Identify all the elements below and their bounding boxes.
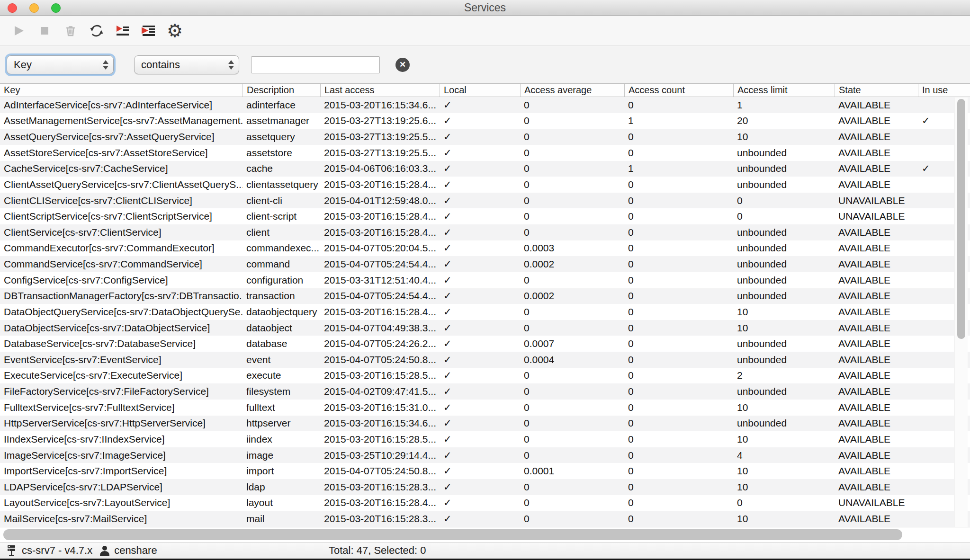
cell-state: AVAILABLE <box>835 434 918 445</box>
table-row[interactable]: IIndexService[cs-srv7:IIndexService]iind… <box>0 431 970 447</box>
cell-state: AVAILABLE <box>835 418 918 429</box>
cell-state: UNAVAILABLE <box>835 211 918 222</box>
cell-access-average: 0.0004 <box>520 354 624 365</box>
cell-state: AVAILABLE <box>835 386 918 397</box>
table-row[interactable]: ClientScriptService[cs-srv7:ClientScript… <box>0 208 970 224</box>
table-row[interactable]: ClientService[cs-srv7:ClientService]clie… <box>0 224 970 240</box>
column-header-key[interactable]: Key <box>0 84 242 97</box>
cell-access-count: 0 <box>624 99 733 111</box>
start-service-button[interactable] <box>9 21 28 41</box>
cell-access-average: 0 <box>520 497 624 508</box>
table-row[interactable]: ImageService[cs-srv7:ImageService]image2… <box>0 447 970 463</box>
show-log-button[interactable] <box>113 21 133 41</box>
table-row[interactable]: AssetManagementService[cs-srv7:AssetMana… <box>0 113 970 129</box>
cell-access-average: 0.0001 <box>520 465 624 477</box>
table-row[interactable]: AssetQueryService[cs-srv7:AssetQueryServ… <box>0 129 970 145</box>
table-row[interactable]: DBTransactionManagerFactory[cs-srv7:DBTr… <box>0 288 970 304</box>
stop-service-button[interactable] <box>35 21 54 41</box>
horizontal-scrollbar <box>0 527 970 542</box>
cell-key: MailService[cs-srv7:MailService] <box>0 513 242 524</box>
cell-access-limit: 10 <box>733 131 835 142</box>
table-row[interactable]: LayoutService[cs-srv7:LayoutService]layo… <box>0 495 970 511</box>
horizontal-scrollbar-thumb[interactable] <box>3 529 902 540</box>
vertical-scrollbar <box>954 98 968 527</box>
table-row[interactable]: DataObjectService[cs-srv7:DataObjectServ… <box>0 320 970 336</box>
column-header-local[interactable]: Local <box>440 84 520 97</box>
filter-query-input[interactable] <box>251 56 380 73</box>
cell-access-count: 0 <box>624 370 733 381</box>
table-row[interactable]: ClientAssetQueryService[cs-srv7:ClientAs… <box>0 177 970 193</box>
column-header-access-average[interactable]: Access average <box>520 84 624 97</box>
cell-access-count: 0 <box>624 211 733 222</box>
settings-button[interactable]: ⚙ <box>165 21 185 41</box>
cell-local: ✓ <box>440 513 520 524</box>
cell-access-count: 0 <box>624 195 733 206</box>
cell-state: AVAILABLE <box>835 275 918 286</box>
table-row[interactable]: MailService[cs-srv7:MailService]mail2015… <box>0 511 970 527</box>
table-row[interactable]: DataObjectQueryService[cs-srv7:DataObjec… <box>0 304 970 320</box>
cell-local: ✓ <box>440 450 520 461</box>
zoom-window-button[interactable] <box>51 3 61 13</box>
table-row[interactable]: EventService[cs-srv7:EventService]event2… <box>0 352 970 368</box>
cell-key: AssetStoreService[cs-srv7:AssetStoreServ… <box>0 147 242 159</box>
close-icon: ✕ <box>399 58 406 72</box>
table-row[interactable]: LDAPService[cs-srv7:LDAPService]ldap2015… <box>0 479 970 495</box>
table-row[interactable]: DatabaseService[cs-srv7:DatabaseService]… <box>0 336 970 352</box>
show-server-log-button[interactable] <box>139 21 159 41</box>
cell-access-count: 0 <box>624 338 733 349</box>
vertical-scrollbar-thumb[interactable] <box>957 99 965 339</box>
gear-icon: ⚙ <box>167 22 183 40</box>
minimize-window-button[interactable] <box>29 3 39 13</box>
table-row[interactable]: ExecuteService[cs-srv7:ExecuteService]ex… <box>0 368 970 384</box>
clear-filter-button[interactable]: ✕ <box>395 58 410 72</box>
cell-last-access: 2015-03-20T16:15:28.3... <box>320 513 440 524</box>
table-row[interactable]: FileFactoryService[cs-srv7:FileFactorySe… <box>0 383 970 400</box>
cell-access-count: 0 <box>624 354 733 365</box>
cell-last-access: 2015-03-25T10:29:14.4... <box>320 450 440 461</box>
table-row[interactable]: FulltextService[cs-srv7:FulltextService]… <box>0 400 970 416</box>
cell-access-count: 0 <box>624 179 733 190</box>
cell-access-limit: 10 <box>733 322 835 334</box>
cell-access-count: 0 <box>624 258 733 270</box>
column-header-state[interactable]: State <box>835 84 918 97</box>
cell-access-average: 0 <box>520 211 624 222</box>
cell-access-limit: unbounded <box>733 418 835 429</box>
table-row[interactable]: AdInterfaceService[cs-srv7:AdInterfaceSe… <box>0 97 970 113</box>
cell-access-count: 0 <box>624 275 733 286</box>
table-row[interactable]: ClientCLIService[cs-srv7:ClientCLIServic… <box>0 193 970 209</box>
table-row[interactable]: AssetStoreService[cs-srv7:AssetStoreServ… <box>0 145 970 161</box>
column-header-access-limit[interactable]: Access limit <box>733 84 835 97</box>
column-header-access-count[interactable]: Access count <box>624 84 733 97</box>
cell-description: dataobjectquery <box>242 306 320 318</box>
filter-field-select[interactable]: Key <box>7 55 114 74</box>
cell-access-limit: 20 <box>733 115 835 126</box>
delete-service-button[interactable] <box>61 21 81 41</box>
cell-description: configuration <box>242 275 320 286</box>
filter-operator-select[interactable]: contains <box>134 55 239 74</box>
cell-access-average: 0 <box>520 434 624 445</box>
cell-local: ✓ <box>440 434 520 445</box>
cell-access-average: 0 <box>520 513 624 524</box>
cell-state: AVAILABLE <box>835 338 918 349</box>
cell-key: ClientScriptService[cs-srv7:ClientScript… <box>0 211 242 222</box>
trash-icon <box>63 23 79 39</box>
refresh-button[interactable] <box>87 21 107 41</box>
close-window-button[interactable] <box>8 3 17 13</box>
table-row[interactable]: HttpServerService[cs-srv7:HttpServerServ… <box>0 416 970 432</box>
column-header-description[interactable]: Description <box>242 84 320 97</box>
column-header-last-access[interactable]: Last access <box>320 84 440 97</box>
table-row[interactable]: CommandService[cs-srv7:CommandService]co… <box>0 256 970 272</box>
cell-access-limit: 1 <box>733 99 835 111</box>
cell-local: ✓ <box>440 465 520 477</box>
table-row[interactable]: ImportService[cs-srv7:ImportService]impo… <box>0 463 970 479</box>
cell-access-count: 0 <box>624 418 733 429</box>
column-header-in-use[interactable]: In use <box>918 84 970 97</box>
toolbar: ⚙ <box>0 16 970 46</box>
user-icon <box>99 545 110 556</box>
table-row[interactable]: CacheService[cs-srv7:CacheService]cache2… <box>0 161 970 177</box>
cell-access-limit: 10 <box>733 465 835 477</box>
table-row[interactable]: CommandExecutor[cs-srv7:CommandExecutor]… <box>0 240 970 257</box>
cell-last-access: 2015-03-20T16:15:34.6... <box>320 418 440 429</box>
cell-state: AVAILABLE <box>835 131 918 142</box>
table-row[interactable]: ConfigService[cs-srv7:ConfigService]conf… <box>0 272 970 288</box>
